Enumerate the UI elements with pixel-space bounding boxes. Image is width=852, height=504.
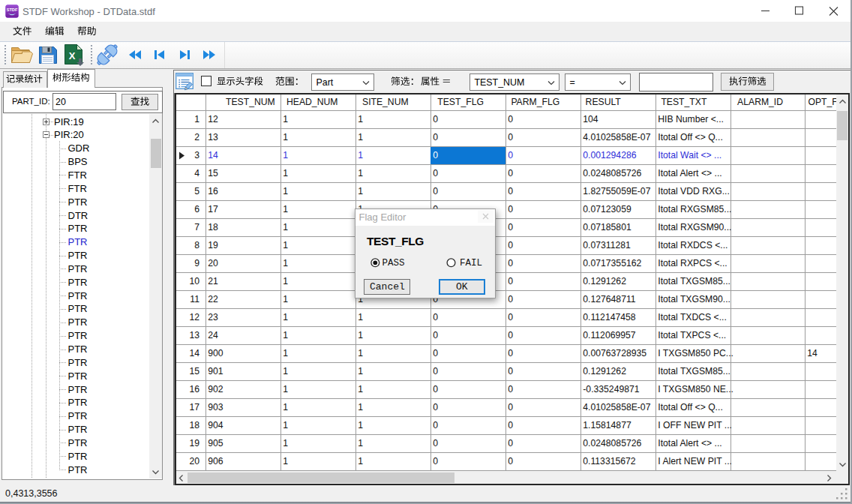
svg-text:STDF: STDF: [7, 8, 18, 12]
svg-text:X: X: [69, 50, 76, 62]
